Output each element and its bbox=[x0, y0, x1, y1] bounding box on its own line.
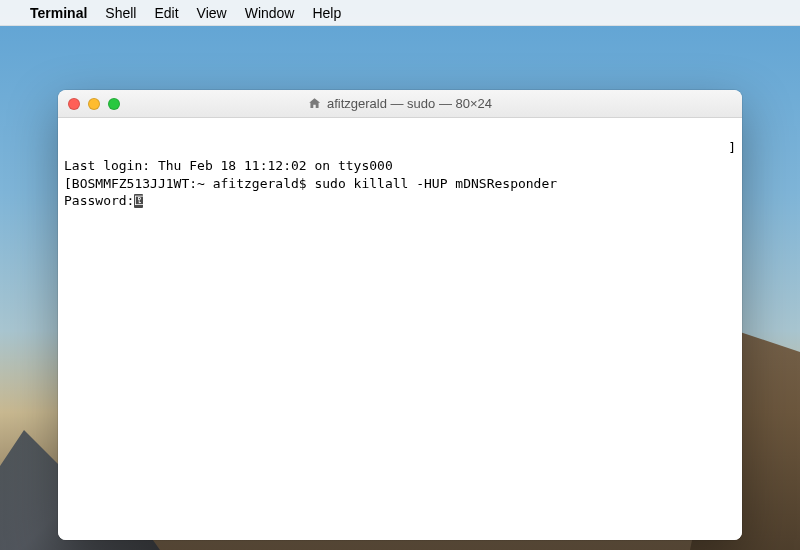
prompt-open-bracket: [ bbox=[64, 176, 72, 191]
prompt-host: BOSMMFZ513JJ1WT:~ afitzgerald$ bbox=[72, 176, 315, 191]
minimize-button[interactable] bbox=[88, 98, 100, 110]
password-prompt-line: Password:⚿ bbox=[64, 192, 736, 210]
menu-window[interactable]: Window bbox=[245, 5, 295, 21]
menu-view[interactable]: View bbox=[197, 5, 227, 21]
window-title-text: afitzgerald — sudo — 80×24 bbox=[327, 96, 492, 111]
window-title: afitzgerald — sudo — 80×24 bbox=[58, 96, 742, 111]
menu-edit[interactable]: Edit bbox=[154, 5, 178, 21]
terminal-window: afitzgerald — sudo — 80×24 Last login: T… bbox=[58, 90, 742, 540]
zoom-button[interactable] bbox=[108, 98, 120, 110]
menu-help[interactable]: Help bbox=[312, 5, 341, 21]
menu-app-name[interactable]: Terminal bbox=[30, 5, 87, 21]
prompt-close-bracket: ] bbox=[728, 139, 736, 157]
window-titlebar[interactable]: afitzgerald — sudo — 80×24 bbox=[58, 90, 742, 118]
terminal-content[interactable]: Last login: Thu Feb 18 11:12:02 on ttys0… bbox=[58, 118, 742, 540]
close-button[interactable] bbox=[68, 98, 80, 110]
window-controls bbox=[58, 98, 120, 110]
menu-shell[interactable]: Shell bbox=[105, 5, 136, 21]
password-label: Password: bbox=[64, 193, 134, 208]
home-icon bbox=[308, 97, 321, 110]
command-line: [BOSMMFZ513JJ1WT:~ afitzgerald$ sudo kil… bbox=[64, 175, 736, 193]
last-login-line: Last login: Thu Feb 18 11:12:02 on ttys0… bbox=[64, 157, 736, 175]
key-icon: ⚿ bbox=[134, 194, 143, 208]
menubar: Terminal Shell Edit View Window Help bbox=[0, 0, 800, 26]
entered-command: sudo killall -HUP mDNSResponder bbox=[314, 176, 557, 191]
